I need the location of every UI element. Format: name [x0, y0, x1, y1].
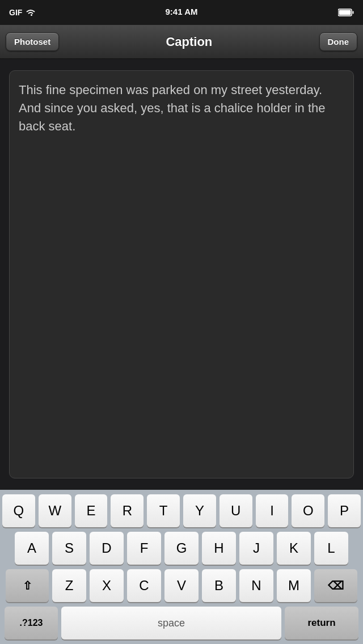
key-f[interactable]: F: [127, 532, 161, 565]
key-k[interactable]: K: [277, 532, 311, 565]
key-v[interactable]: V: [164, 569, 199, 602]
key-g[interactable]: G: [164, 532, 199, 565]
status-time: 9:41 AM: [166, 7, 198, 16]
backspace-icon: ⌫: [328, 579, 344, 592]
status-left: GIF: [9, 8, 36, 17]
key-d[interactable]: D: [90, 532, 124, 565]
key-j[interactable]: J: [239, 532, 273, 565]
battery-icon: [338, 9, 354, 16]
return-key[interactable]: return: [285, 607, 358, 639]
svg-rect-2: [339, 10, 351, 15]
keyboard-row-3: ⇧ Z X C V B N M ⌫: [2, 569, 361, 602]
status-bar: GIF 9:41 AM: [0, 0, 363, 25]
key-r[interactable]: R: [111, 494, 143, 527]
key-y[interactable]: Y: [183, 494, 216, 527]
key-s[interactable]: S: [52, 532, 86, 565]
wifi-icon: [26, 9, 36, 16]
key-a[interactable]: A: [15, 532, 49, 565]
status-right: [338, 9, 354, 16]
key-o[interactable]: O: [292, 494, 324, 527]
gif-indicator: GIF: [9, 8, 22, 17]
numbers-key[interactable]: .?123: [5, 607, 58, 639]
key-i[interactable]: I: [256, 494, 289, 527]
keyboard-row-2: A S D F G H J K L: [2, 532, 361, 565]
svg-rect-1: [353, 11, 354, 14]
key-h[interactable]: H: [202, 532, 236, 565]
nav-bar: Photoset Caption Done: [0, 25, 363, 59]
space-key[interactable]: space: [61, 607, 281, 639]
key-q[interactable]: Q: [2, 494, 35, 527]
key-z[interactable]: Z: [52, 569, 86, 602]
shift-icon: ⇧: [23, 579, 32, 592]
key-u[interactable]: U: [220, 494, 252, 527]
keyboard-row-1: Q W E R T Y U I O P: [2, 494, 361, 527]
key-l[interactable]: L: [314, 532, 348, 565]
key-b[interactable]: B: [202, 569, 236, 602]
key-x[interactable]: X: [90, 569, 124, 602]
key-t[interactable]: T: [147, 494, 180, 527]
key-n[interactable]: N: [239, 569, 273, 602]
key-m[interactable]: M: [277, 569, 311, 602]
key-p[interactable]: P: [328, 494, 361, 527]
back-button[interactable]: Photoset: [6, 32, 59, 51]
keyboard: Q W E R T Y U I O P A S D F G H J K L ⇧ …: [0, 490, 363, 644]
caption-textarea[interactable]: [9, 70, 354, 478]
key-c[interactable]: C: [127, 569, 161, 602]
key-e[interactable]: E: [75, 494, 108, 527]
text-area-container: [0, 59, 363, 490]
keyboard-row-bottom: .?123 space return: [2, 607, 361, 642]
backspace-key[interactable]: ⌫: [314, 569, 357, 602]
nav-title: Caption: [166, 35, 212, 49]
shift-key[interactable]: ⇧: [6, 569, 49, 602]
done-button[interactable]: Done: [319, 32, 358, 51]
key-w[interactable]: W: [39, 494, 71, 527]
